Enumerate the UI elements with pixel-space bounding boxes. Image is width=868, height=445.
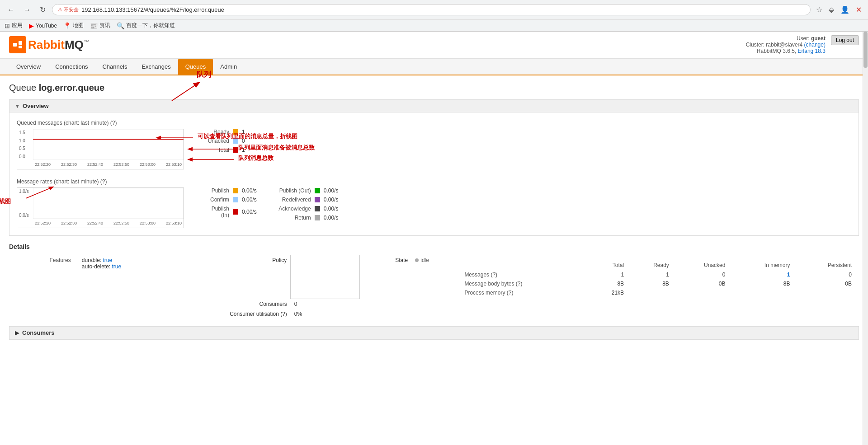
message-rates-row: 1.0/s 0.0/s 22:52: [17, 187, 851, 228]
details-consumer-util-row: Consumer utilisation (?) 0% [9, 309, 859, 319]
data-table-header: Total Ready Unacked In memory Persistent [461, 261, 855, 270]
logo: RabbitMQ™ [9, 36, 90, 53]
chart-box-rates: 1.0/s 0.0/s 22:52: [17, 187, 184, 228]
overview-section-header[interactable]: ▼ Overview [9, 100, 859, 112]
consumers-panel: ▶ Consumers [9, 326, 859, 340]
consumers-toggle-icon: ▶ [15, 329, 19, 336]
svg-rect-1 [19, 41, 22, 45]
reload-button[interactable]: ↻ [37, 4, 48, 16]
total-label: Total [198, 147, 229, 153]
nav-connections[interactable]: Connections [48, 59, 95, 75]
policy-label: Policy [272, 257, 287, 263]
rate-redelivered: Redelivered 0.00/s [270, 197, 339, 203]
autodelete-feature: auto-delete: true [82, 263, 164, 270]
confirm-label: Confirm [198, 197, 229, 203]
browser-chrome: ← → ↻ ⚠ 不安全 192.168.110.133:15672/#/queu… [0, 0, 868, 32]
consumer-util-label-cell: Consumer utilisation (?) [167, 309, 291, 319]
row-process-label: Process memory (?) [461, 288, 589, 297]
row-messages-label: Messages (?) [461, 270, 589, 279]
overview-panel: ▼ Overview Queued messages (chart: last … [9, 99, 859, 236]
ready-label: Ready [198, 129, 229, 135]
publish-in-color [233, 209, 238, 215]
message-rates-label: Message rates (chart: last minute) (?) [17, 178, 851, 185]
nav-exchanges[interactable]: Exchanges [134, 59, 178, 75]
details-row-main: Features durable: true auto-delete: true [9, 255, 859, 299]
return-value: 0.00/s [324, 215, 339, 221]
address-bar[interactable]: ⚠ 不安全 192.168.110.133:15672/#/queues/%2F… [52, 4, 811, 15]
nav-channels[interactable]: Channels [95, 59, 134, 75]
chart-x-labels-queued: 22:52:20 22:52:30 22:52:40 22:52:50 22:5… [33, 160, 184, 169]
durable-feature: durable: true [82, 257, 164, 263]
cluster-change-link[interactable]: (change) [804, 42, 826, 48]
logo-text: RabbitMQ™ [28, 38, 90, 52]
close-btn[interactable]: ✕ [854, 4, 863, 16]
svg-rect-0 [13, 43, 17, 47]
rate-publish: Publish 0.00/s [198, 187, 257, 194]
messages-data-table: Total Ready Unacked In memory Persistent… [461, 261, 855, 297]
details-table: Features durable: true auto-delete: true [9, 255, 859, 319]
bookmark-baidu[interactable]: 🔍 百度一下，你就知道 [117, 22, 175, 29]
extensions-btn[interactable]: ⬙ [827, 4, 836, 16]
col-persistent: Persistent [793, 261, 855, 270]
bookmark-maps[interactable]: 📍 地图 [63, 22, 84, 29]
state-value-cell: idle [411, 255, 452, 299]
ready-color [233, 129, 238, 135]
queued-messages-chart: 1.5 1.0 0.5 0.0 [17, 129, 184, 169]
publish-in-label: Publish(In) [198, 206, 229, 218]
row-process-unacked [673, 288, 729, 297]
address-text: 192.168.110.133:15672/#/queues/%2F/log.e… [81, 6, 805, 13]
features-values: durable: true auto-delete: true [78, 255, 168, 299]
nav-queues[interactable]: Queues [178, 59, 213, 75]
queued-messages-area: Queued messages (chart: last minute) (?)… [17, 120, 851, 169]
browser-toolbar: ← → ↻ ⚠ 不安全 192.168.110.133:15672/#/queu… [0, 0, 868, 19]
rates-stats: Publish 0.00/s Confirm 0.00/s [198, 187, 851, 228]
nav-overview[interactable]: Overview [9, 59, 48, 75]
bookmark-star[interactable]: ☆ [814, 4, 824, 16]
rate-publish-in: Publish(In) 0.00/s [198, 206, 257, 218]
rate-acknowledge: Acknowledge 0.00/s [270, 206, 339, 212]
queued-messages-row: 1.5 1.0 0.5 0.0 [17, 129, 851, 169]
spacer-large [360, 299, 859, 309]
rates-right-col: Publish (Out) 0.00/s Redelivered 0.00/s [270, 187, 339, 224]
scrollbar-thumb[interactable] [863, 32, 868, 68]
unacked-label: Unacked [198, 138, 229, 144]
row-messages-inmemory: 1 [729, 270, 793, 279]
state-label: State [395, 257, 408, 263]
row-body-total: 8B [589, 279, 627, 288]
table-row: Message body bytes (?) 8B 8B 0B 8B 0B [461, 279, 855, 288]
redelivered-value: 0.00/s [324, 197, 339, 203]
rates-two-cols: Publish 0.00/s Confirm 0.00/s [198, 187, 851, 224]
bookmark-apps[interactable]: ⊞ 应用 [5, 22, 23, 29]
autodelete-link[interactable]: true [112, 263, 122, 270]
chart-x-labels-rates: 22:52:20 22:52:30 22:52:40 22:52:50 22:5… [33, 219, 184, 228]
rates-cn-label: 消息消费速率折线图 [0, 197, 11, 206]
features-label: Features [13, 257, 75, 263]
message-rates-area: Message rates (chart: last minute) (?) 1… [17, 178, 851, 228]
nav-admin[interactable]: Admin [213, 59, 244, 75]
publish-value: 0.00/s [242, 187, 257, 194]
page-content: Queue log.error.queue 队列 ▼ Overvi [0, 75, 868, 354]
chart-box-queued: 1.5 1.0 0.5 0.0 [17, 129, 184, 169]
table-row: Process memory (?) 21kB [461, 288, 855, 297]
policy-value-cell [291, 255, 360, 299]
confirm-color [233, 197, 238, 202]
erlang-link[interactable]: Erlang 18.3 [798, 48, 826, 54]
row-process-total: 21kB [589, 288, 627, 297]
forward-button[interactable]: → [21, 4, 33, 16]
chart-y-axis: 1.5 1.0 0.5 0.0 [17, 129, 33, 160]
policy-cell: Policy [167, 255, 291, 299]
total-value: 1 [242, 147, 245, 153]
state-badge: idle [415, 257, 429, 263]
back-button[interactable]: ← [5, 4, 17, 16]
bookmark-youtube[interactable]: ▶ YouTube [29, 22, 57, 29]
bookmark-info[interactable]: 📰 资讯 [90, 22, 110, 29]
user-profile-btn[interactable]: 👤 [839, 4, 851, 16]
spacer-cell [9, 299, 78, 309]
col-unacked: Unacked [673, 261, 729, 270]
row-process-persistent [793, 288, 855, 297]
redelivered-color [315, 197, 320, 202]
logout-button[interactable]: Log out [831, 35, 859, 45]
durable-link[interactable]: true [103, 257, 113, 263]
consumers-section-header[interactable]: ▶ Consumers [9, 327, 859, 339]
consumer-util-value-cell: 0% [291, 309, 360, 319]
